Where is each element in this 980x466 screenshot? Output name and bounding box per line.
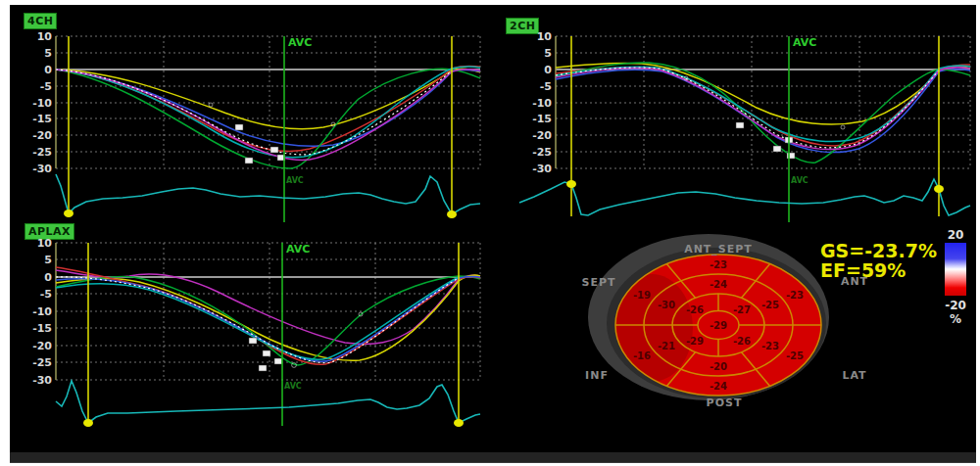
avc-label-aplax: AVC xyxy=(286,243,310,256)
app-screen: 4CH 2CH APLAX xyxy=(10,5,976,452)
segment-value-mid-top-left: -30 xyxy=(658,300,675,310)
strain-curve-blue xyxy=(56,276,480,361)
tick: 0 xyxy=(44,271,52,284)
cycle-start-dot-aplax xyxy=(83,419,93,427)
strain-curve-magenta xyxy=(556,68,970,150)
ejection-fraction-value: EF=59% xyxy=(820,259,906,281)
ecg-trace-aplax xyxy=(56,381,480,423)
chart-4ch: 10 5 0 -5 -10 -15 -20 -25 -30 xyxy=(32,30,480,222)
bottom-bar xyxy=(10,452,976,463)
cycle-start-dot-2ch xyxy=(566,180,576,188)
tick: -30 xyxy=(532,163,552,175)
tick: 10 xyxy=(37,237,53,250)
tick: -15 xyxy=(32,113,52,125)
tick: 0 xyxy=(44,64,52,76)
tick: 5 xyxy=(44,47,52,60)
segment-value-mid-bottom-right: -23 xyxy=(761,341,779,351)
tick: -10 xyxy=(532,97,552,110)
segment-value-apical-bottom-left: -29 xyxy=(686,336,704,347)
segment-value-basal-top-left: -19 xyxy=(633,290,651,301)
global-strain-value: GS=-23.7% xyxy=(820,240,937,261)
tick: -20 xyxy=(32,340,52,352)
cycle-start-dot-4ch xyxy=(64,210,74,217)
tick: -20 xyxy=(32,129,52,142)
region-label-ant-sept: ANT_SEPT xyxy=(684,243,753,256)
segment-value-apex: -29 xyxy=(710,320,727,331)
cycle-end-dot-4ch xyxy=(447,210,457,218)
segment-value-basal-bottom-right: -25 xyxy=(786,350,804,361)
avc-label-2ch: AVC xyxy=(793,36,816,49)
strain-curve-teal xyxy=(56,67,480,158)
tick: -5 xyxy=(40,80,52,93)
avc-label-small-2ch: AVC xyxy=(791,176,808,185)
strain-curve-green xyxy=(556,63,970,163)
segment-value-apical-top-left: -26 xyxy=(686,304,704,315)
tick: -30 xyxy=(32,163,52,175)
strain-curves-2ch xyxy=(556,63,970,163)
segment-value-mid-top: -24 xyxy=(710,279,727,290)
chart-aplax: 10 5 0 -5 -10 -15 -20 -25 -30 xyxy=(32,237,480,427)
segment-value-mid-bottom-left: -21 xyxy=(658,341,675,351)
colorbar-gradient xyxy=(945,243,966,296)
segment-value-mid-top-right: -25 xyxy=(761,300,779,310)
tick: -10 xyxy=(32,97,52,110)
tick: -25 xyxy=(532,146,552,159)
avc-label-small-4ch: AVC xyxy=(286,176,304,185)
strain-curve-yellow xyxy=(56,69,480,128)
tick: -30 xyxy=(32,374,52,387)
strain-curve-yellow xyxy=(556,63,970,124)
tick: -10 xyxy=(32,305,52,318)
strain-curve-blue xyxy=(56,70,480,146)
avc-label-small-aplax: AVC xyxy=(284,382,302,391)
tick: 5 xyxy=(44,254,52,266)
region-label-sept: SEPT xyxy=(581,276,615,289)
region-label-lat: LAT xyxy=(842,369,866,382)
segment-value-apical-top-right: -27 xyxy=(733,304,751,315)
tick: -5 xyxy=(540,80,552,93)
tick: -15 xyxy=(32,322,52,335)
ecg-trace-2ch xyxy=(519,179,970,215)
tick: 5 xyxy=(544,47,552,60)
tick: 0 xyxy=(544,64,552,76)
strain-curve-teal xyxy=(556,66,970,141)
strain-curves-4ch xyxy=(56,67,480,169)
colorbar-min-label: -20 xyxy=(945,299,966,312)
segment-value-basal-bottom: -24 xyxy=(710,381,727,392)
grid-aplax xyxy=(56,243,480,380)
tick: -5 xyxy=(40,288,52,301)
segment-value-apical-bottom-right: -26 xyxy=(733,336,751,347)
tick: 10 xyxy=(537,30,553,43)
segment-value-basal-top-right: -23 xyxy=(786,290,804,301)
cycle-end-dot-aplax xyxy=(454,419,464,427)
tick: -15 xyxy=(532,113,552,125)
tick: -25 xyxy=(32,146,52,159)
region-label-inf: INF xyxy=(585,369,609,382)
avc-label-4ch: AVC xyxy=(288,36,312,49)
colorbar-max-label: 20 xyxy=(948,228,964,242)
strain-colorbar: 20 -20 % xyxy=(945,228,966,326)
grid-2ch xyxy=(556,36,970,168)
segment-value-basal-bottom-left: -16 xyxy=(633,350,651,361)
strain-curve-yellow xyxy=(56,275,480,360)
segment-value-mid-bottom: -20 xyxy=(710,361,727,372)
tick: -20 xyxy=(532,129,552,142)
segment-value-basal-top: -23 xyxy=(710,259,727,270)
chart-2ch: 10 5 0 -5 -10 -15 -20 -25 -30 xyxy=(519,30,970,222)
cycle-end-dot-2ch xyxy=(934,185,944,193)
region-label-post: POST xyxy=(707,396,743,409)
plots-canvas: 10 5 0 -5 -10 -15 -20 -25 -30 xyxy=(10,5,976,452)
ecg-trace-4ch xyxy=(56,174,480,214)
colorbar-unit-label: % xyxy=(950,312,961,326)
tick: 10 xyxy=(37,30,53,43)
tick: -25 xyxy=(32,356,52,369)
